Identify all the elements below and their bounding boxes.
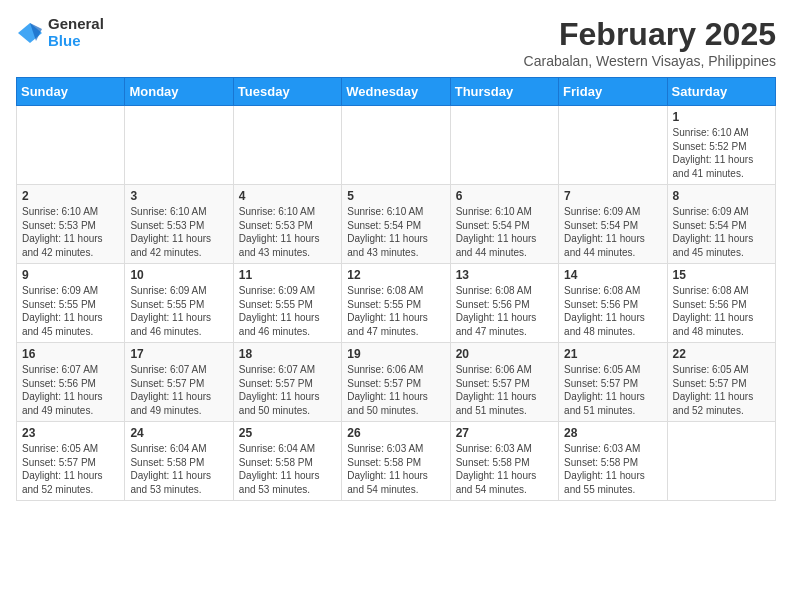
day-number: 24	[130, 426, 227, 440]
day-number: 20	[456, 347, 553, 361]
day-info: Sunrise: 6:08 AM Sunset: 5:56 PM Dayligh…	[564, 284, 661, 338]
calendar-cell: 12Sunrise: 6:08 AM Sunset: 5:55 PM Dayli…	[342, 264, 450, 343]
calendar-cell: 6Sunrise: 6:10 AM Sunset: 5:54 PM Daylig…	[450, 185, 558, 264]
day-number: 7	[564, 189, 661, 203]
calendar-cell: 9Sunrise: 6:09 AM Sunset: 5:55 PM Daylig…	[17, 264, 125, 343]
logo-icon	[16, 19, 44, 47]
day-info: Sunrise: 6:06 AM Sunset: 5:57 PM Dayligh…	[347, 363, 444, 417]
calendar-cell	[667, 422, 775, 501]
day-number: 27	[456, 426, 553, 440]
title-area: February 2025 Carabalan, Western Visayas…	[524, 16, 776, 69]
calendar-cell: 28Sunrise: 6:03 AM Sunset: 5:58 PM Dayli…	[559, 422, 667, 501]
calendar-cell: 7Sunrise: 6:09 AM Sunset: 5:54 PM Daylig…	[559, 185, 667, 264]
calendar-cell	[450, 106, 558, 185]
day-info: Sunrise: 6:04 AM Sunset: 5:58 PM Dayligh…	[130, 442, 227, 496]
calendar-header: SundayMondayTuesdayWednesdayThursdayFrid…	[17, 78, 776, 106]
header-cell-friday: Friday	[559, 78, 667, 106]
calendar-week-5: 23Sunrise: 6:05 AM Sunset: 5:57 PM Dayli…	[17, 422, 776, 501]
calendar-table: SundayMondayTuesdayWednesdayThursdayFrid…	[16, 77, 776, 501]
day-number: 23	[22, 426, 119, 440]
day-number: 12	[347, 268, 444, 282]
day-info: Sunrise: 6:09 AM Sunset: 5:55 PM Dayligh…	[22, 284, 119, 338]
day-info: Sunrise: 6:03 AM Sunset: 5:58 PM Dayligh…	[347, 442, 444, 496]
calendar-cell	[342, 106, 450, 185]
logo-blue-text: Blue	[48, 33, 104, 50]
day-number: 22	[673, 347, 770, 361]
calendar-body: 1Sunrise: 6:10 AM Sunset: 5:52 PM Daylig…	[17, 106, 776, 501]
calendar-cell: 26Sunrise: 6:03 AM Sunset: 5:58 PM Dayli…	[342, 422, 450, 501]
day-number: 25	[239, 426, 336, 440]
location-subtitle: Carabalan, Western Visayas, Philippines	[524, 53, 776, 69]
day-info: Sunrise: 6:10 AM Sunset: 5:53 PM Dayligh…	[239, 205, 336, 259]
calendar-cell: 5Sunrise: 6:10 AM Sunset: 5:54 PM Daylig…	[342, 185, 450, 264]
day-info: Sunrise: 6:10 AM Sunset: 5:53 PM Dayligh…	[130, 205, 227, 259]
header-cell-monday: Monday	[125, 78, 233, 106]
calendar-cell: 23Sunrise: 6:05 AM Sunset: 5:57 PM Dayli…	[17, 422, 125, 501]
day-info: Sunrise: 6:07 AM Sunset: 5:56 PM Dayligh…	[22, 363, 119, 417]
day-info: Sunrise: 6:08 AM Sunset: 5:56 PM Dayligh…	[673, 284, 770, 338]
calendar-cell: 3Sunrise: 6:10 AM Sunset: 5:53 PM Daylig…	[125, 185, 233, 264]
logo-text: General Blue	[48, 16, 104, 49]
calendar-cell: 10Sunrise: 6:09 AM Sunset: 5:55 PM Dayli…	[125, 264, 233, 343]
day-number: 17	[130, 347, 227, 361]
day-info: Sunrise: 6:04 AM Sunset: 5:58 PM Dayligh…	[239, 442, 336, 496]
day-info: Sunrise: 6:08 AM Sunset: 5:56 PM Dayligh…	[456, 284, 553, 338]
day-info: Sunrise: 6:03 AM Sunset: 5:58 PM Dayligh…	[456, 442, 553, 496]
calendar-week-1: 1Sunrise: 6:10 AM Sunset: 5:52 PM Daylig…	[17, 106, 776, 185]
day-number: 10	[130, 268, 227, 282]
day-number: 2	[22, 189, 119, 203]
calendar-cell: 27Sunrise: 6:03 AM Sunset: 5:58 PM Dayli…	[450, 422, 558, 501]
day-number: 16	[22, 347, 119, 361]
day-info: Sunrise: 6:09 AM Sunset: 5:54 PM Dayligh…	[564, 205, 661, 259]
logo: General Blue	[16, 16, 104, 49]
day-info: Sunrise: 6:10 AM Sunset: 5:54 PM Dayligh…	[347, 205, 444, 259]
day-number: 13	[456, 268, 553, 282]
day-number: 28	[564, 426, 661, 440]
calendar-cell	[17, 106, 125, 185]
day-info: Sunrise: 6:10 AM Sunset: 5:52 PM Dayligh…	[673, 126, 770, 180]
calendar-week-3: 9Sunrise: 6:09 AM Sunset: 5:55 PM Daylig…	[17, 264, 776, 343]
header-cell-thursday: Thursday	[450, 78, 558, 106]
calendar-cell: 11Sunrise: 6:09 AM Sunset: 5:55 PM Dayli…	[233, 264, 341, 343]
calendar-cell: 8Sunrise: 6:09 AM Sunset: 5:54 PM Daylig…	[667, 185, 775, 264]
header-row: SundayMondayTuesdayWednesdayThursdayFrid…	[17, 78, 776, 106]
calendar-cell: 18Sunrise: 6:07 AM Sunset: 5:57 PM Dayli…	[233, 343, 341, 422]
calendar-cell: 2Sunrise: 6:10 AM Sunset: 5:53 PM Daylig…	[17, 185, 125, 264]
calendar-cell: 17Sunrise: 6:07 AM Sunset: 5:57 PM Dayli…	[125, 343, 233, 422]
day-info: Sunrise: 6:05 AM Sunset: 5:57 PM Dayligh…	[22, 442, 119, 496]
day-number: 8	[673, 189, 770, 203]
calendar-cell: 13Sunrise: 6:08 AM Sunset: 5:56 PM Dayli…	[450, 264, 558, 343]
day-number: 19	[347, 347, 444, 361]
month-title: February 2025	[524, 16, 776, 53]
calendar-week-2: 2Sunrise: 6:10 AM Sunset: 5:53 PM Daylig…	[17, 185, 776, 264]
calendar-cell: 4Sunrise: 6:10 AM Sunset: 5:53 PM Daylig…	[233, 185, 341, 264]
calendar-cell: 25Sunrise: 6:04 AM Sunset: 5:58 PM Dayli…	[233, 422, 341, 501]
calendar-cell: 14Sunrise: 6:08 AM Sunset: 5:56 PM Dayli…	[559, 264, 667, 343]
day-number: 18	[239, 347, 336, 361]
day-info: Sunrise: 6:09 AM Sunset: 5:55 PM Dayligh…	[130, 284, 227, 338]
calendar-cell: 15Sunrise: 6:08 AM Sunset: 5:56 PM Dayli…	[667, 264, 775, 343]
calendar-cell: 24Sunrise: 6:04 AM Sunset: 5:58 PM Dayli…	[125, 422, 233, 501]
day-number: 9	[22, 268, 119, 282]
logo-general-text: General	[48, 16, 104, 33]
calendar-cell: 19Sunrise: 6:06 AM Sunset: 5:57 PM Dayli…	[342, 343, 450, 422]
day-number: 1	[673, 110, 770, 124]
day-info: Sunrise: 6:05 AM Sunset: 5:57 PM Dayligh…	[564, 363, 661, 417]
day-info: Sunrise: 6:08 AM Sunset: 5:55 PM Dayligh…	[347, 284, 444, 338]
calendar-week-4: 16Sunrise: 6:07 AM Sunset: 5:56 PM Dayli…	[17, 343, 776, 422]
day-info: Sunrise: 6:07 AM Sunset: 5:57 PM Dayligh…	[130, 363, 227, 417]
day-info: Sunrise: 6:07 AM Sunset: 5:57 PM Dayligh…	[239, 363, 336, 417]
day-number: 14	[564, 268, 661, 282]
header-cell-saturday: Saturday	[667, 78, 775, 106]
header-cell-tuesday: Tuesday	[233, 78, 341, 106]
day-number: 5	[347, 189, 444, 203]
header-cell-sunday: Sunday	[17, 78, 125, 106]
calendar-cell: 1Sunrise: 6:10 AM Sunset: 5:52 PM Daylig…	[667, 106, 775, 185]
day-number: 15	[673, 268, 770, 282]
day-number: 21	[564, 347, 661, 361]
day-info: Sunrise: 6:10 AM Sunset: 5:54 PM Dayligh…	[456, 205, 553, 259]
day-info: Sunrise: 6:06 AM Sunset: 5:57 PM Dayligh…	[456, 363, 553, 417]
day-number: 6	[456, 189, 553, 203]
day-info: Sunrise: 6:10 AM Sunset: 5:53 PM Dayligh…	[22, 205, 119, 259]
calendar-cell	[125, 106, 233, 185]
